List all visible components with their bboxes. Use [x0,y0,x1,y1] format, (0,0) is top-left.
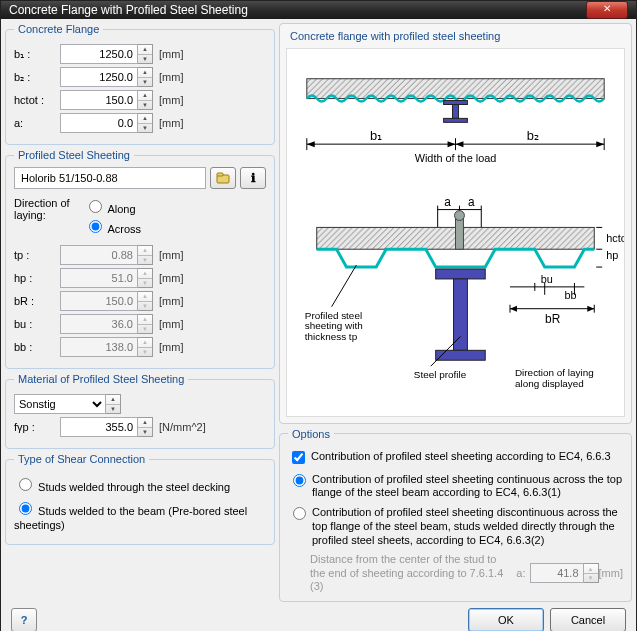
legend-sheeting: Profiled Steel Sheeting [14,149,134,161]
bb-input [60,337,138,357]
bb-spinner: ▲▼ [138,337,153,357]
close-icon[interactable]: ✕ [586,1,628,19]
b1-unit: [mm] [159,48,183,60]
svg-point-30 [455,211,465,221]
bb-unit: [mm] [159,341,183,353]
radio-continuous[interactable]: Contribution of profiled steel sheeting … [288,473,623,501]
b2-label: b₂ : [14,71,60,84]
svg-rect-6 [444,118,468,122]
svg-rect-28 [436,350,486,360]
legend-options: Options [288,428,334,440]
ok-button[interactable]: OK [468,608,544,631]
legend-shear: Type of Shear Connection [14,453,149,465]
svg-rect-27 [454,279,468,350]
b2-input[interactable] [60,67,138,87]
dist-label: Distance from the center of the stud to … [310,553,512,593]
hp-spinner: ▲▼ [138,268,153,288]
a-spinner[interactable]: ▲▼ [138,113,153,133]
svg-text:Width of the load: Width of the load [415,152,497,164]
tp-spinner: ▲▼ [138,245,153,265]
group-sheeting: Profiled Steel Sheeting ℹ Direction of l… [5,149,275,369]
hctot-unit: [mm] [159,94,183,106]
b1-spinner[interactable]: ▲▼ [138,44,153,64]
dialog-window: Concrete Flange with Profiled Steel Shee… [0,0,637,631]
b1-input[interactable] [60,44,138,64]
svg-text:Profiled steelsheeting withthi: Profiled steelsheeting withthickness tp [305,310,363,343]
hp-input [60,268,138,288]
radio-along[interactable]: Along [84,197,141,215]
radio-shear-beam[interactable]: Studs welded to the beam (Pre-bored stee… [14,499,266,533]
material-spinner[interactable]: ▲▼ [106,394,121,414]
bR-unit: [mm] [159,295,183,307]
bR-spinner: ▲▼ [138,291,153,311]
fyp-spinner[interactable]: ▲▼ [138,417,153,437]
bu-spinner: ▲▼ [138,314,153,334]
info-icon[interactable]: ℹ [240,167,266,189]
b1-label: b₁ : [14,48,60,61]
hctot-label: hctot : [14,94,60,106]
material-select[interactable]: Sonstig [14,394,106,414]
hctot-spinner[interactable]: ▲▼ [138,90,153,110]
svg-rect-26 [436,269,486,279]
sheeting-name-input[interactable] [14,167,206,189]
radio-shear-through[interactable]: Studs welded through the steel decking [14,475,266,495]
window-title: Concrete Flange with Profiled Steel Shee… [9,3,248,17]
direction-label: Direction of laying: [14,195,84,237]
dist-input [530,563,584,583]
bR-input [60,291,138,311]
library-icon[interactable] [210,167,236,189]
hctot-input[interactable] [60,90,138,110]
fyp-label: fγp : [14,421,60,433]
radio-discontinuous[interactable]: Contribution of profiled steel sheeting … [288,506,623,547]
svg-line-48 [332,265,357,307]
svg-text:hctot: hctot [606,232,625,244]
svg-text:a: a [444,195,451,209]
tp-input [60,245,138,265]
svg-text:b₂: b₂ [527,128,539,143]
titlebar: Concrete Flange with Profiled Steel Shee… [1,1,636,19]
bb-label: bb : [14,341,60,353]
radio-across[interactable]: Across [84,217,141,235]
bu-label: bu : [14,318,60,330]
svg-marker-15 [596,141,604,147]
svg-marker-12 [307,141,315,147]
radio-continuous-input[interactable] [293,474,306,487]
check-contribution-input[interactable] [292,451,305,464]
group-options: Options Contribution of profiled steel s… [279,428,632,602]
fyp-unit: [N/mm^2] [159,421,206,433]
help-icon[interactable]: ? [11,608,37,631]
tp-label: tp : [14,249,60,261]
legend-material: Material of Profiled Steel Sheeting [14,373,188,385]
legend-concrete-flange: Concrete Flange [14,23,103,35]
svg-marker-46 [587,306,594,312]
diagram-svg: b₁ b₂ Width of the load a a [286,48,625,417]
a-label: a: [14,117,60,129]
bu-unit: [mm] [159,318,183,330]
diagram-title: Concrete flange with profiled steel shee… [290,30,625,42]
a-unit: [mm] [159,117,183,129]
svg-text:a: a [468,195,475,209]
b2-spinner[interactable]: ▲▼ [138,67,153,87]
bu-input [60,314,138,334]
svg-text:Steel profile: Steel profile [414,369,467,380]
cancel-button[interactable]: Cancel [550,608,626,631]
radio-discontinuous-input[interactable] [293,507,306,520]
dist-a-label: a: [516,567,525,579]
fyp-input[interactable] [60,417,138,437]
svg-marker-14 [456,141,464,147]
svg-rect-5 [453,105,459,119]
svg-text:bR: bR [545,312,561,326]
svg-text:b₁: b₁ [370,128,382,143]
check-contribution[interactable]: Contribution of profiled steel sheeting … [288,450,623,467]
svg-text:hp: hp [606,249,618,261]
dist-spinner: ▲▼ [584,563,599,583]
svg-rect-4 [444,101,468,105]
svg-marker-13 [448,141,456,147]
svg-text:bb: bb [565,289,577,301]
group-material: Material of Profiled Steel Sheeting Sons… [5,373,275,449]
a-input[interactable] [60,113,138,133]
group-concrete-flange: Concrete Flange b₁ : ▲▼ [mm] b₂ : ▲▼ [mm… [5,23,275,145]
svg-rect-1 [217,173,223,176]
group-shear: Type of Shear Connection Studs welded th… [5,453,275,545]
b2-unit: [mm] [159,71,183,83]
